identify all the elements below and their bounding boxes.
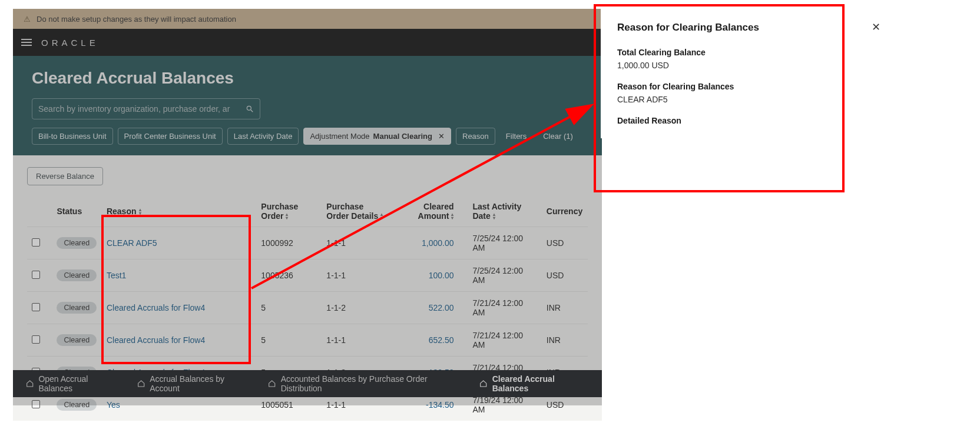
panel-detail-label: Detailed Reason <box>617 116 879 125</box>
cell-currency: USD <box>542 227 588 259</box>
chip-adj-value: Manual Clearing <box>373 132 432 141</box>
footer-by-distribution[interactable]: Accounted Balances by Purchase Order Dis… <box>268 374 463 393</box>
home-icon <box>137 380 145 388</box>
page-title: Cleared Accrual Balances <box>32 69 583 88</box>
page-hero: Cleared Accrual Balances Bill-to Busines… <box>13 56 602 155</box>
cell-po: 5 <box>256 324 322 357</box>
search-input[interactable] <box>38 104 240 114</box>
cleared-amount-link[interactable]: 100.00 <box>429 271 454 280</box>
status-badge: Cleared <box>57 399 97 411</box>
warning-icon: ⚠ <box>24 15 31 24</box>
table-row: ClearedTest110052361-1-1100.007/25/24 12… <box>27 259 588 292</box>
sort-icon[interactable]: ▴▾ <box>451 213 453 220</box>
panel-reason-value: CLEAR ADF5 <box>617 95 879 104</box>
row-checkbox[interactable] <box>32 271 40 279</box>
col-reason[interactable]: Reason▴▾ <box>102 196 256 227</box>
reason-link[interactable]: Cleared Accruals for Flow4 <box>107 303 205 312</box>
reason-link[interactable]: Test1 <box>107 271 126 280</box>
brand-logo: ORACLE <box>41 38 99 48</box>
col-po[interactable]: Purchase Order▴▾ <box>256 196 322 227</box>
status-badge: Cleared <box>57 334 97 346</box>
cell-po-details: 1-1-1 <box>322 259 399 292</box>
cell-po: 5 <box>256 292 322 324</box>
cleared-amount-link[interactable]: 652.50 <box>429 335 454 345</box>
brand-bar: ORACLE <box>13 29 602 56</box>
row-checkbox[interactable] <box>32 238 40 247</box>
panel-total-value: 1,000.00 USD <box>617 61 879 70</box>
cell-po-details: 1-1-1 <box>322 324 399 357</box>
table-row: ClearedCLEAR ADF510009921-1-11,000.007/2… <box>27 227 588 259</box>
panel-title: Reason for Clearing Balances <box>617 22 879 34</box>
footer-nav: Open Accrual Balances Accrual Balances b… <box>13 370 602 397</box>
reason-link[interactable]: CLEAR ADF5 <box>107 238 157 248</box>
status-badge: Cleared <box>57 237 97 249</box>
filters-link[interactable]: Filters <box>500 128 532 144</box>
footer-cleared-balances[interactable]: Cleared Accrual Balances <box>479 374 589 393</box>
home-icon <box>26 380 34 388</box>
cell-po-details: 1-1-2 <box>322 292 399 324</box>
footer-open-balances[interactable]: Open Accrual Balances <box>26 374 121 393</box>
cell-currency: INR <box>542 324 588 357</box>
chip-profit-center[interactable]: Profit Center Business Unit <box>118 128 223 145</box>
home-icon <box>479 380 487 388</box>
row-checkbox[interactable] <box>32 335 40 344</box>
col-cleared-amount[interactable]: Cleared Amount▴▾ <box>399 196 459 227</box>
home-icon <box>268 380 276 388</box>
cell-po: 1005236 <box>256 259 322 292</box>
cell-po-details: 1-1-1 <box>322 227 399 259</box>
chip-adjustment-mode[interactable]: Adjustment Mode Manual Clearing ✕ <box>303 128 451 145</box>
sort-icon[interactable]: ▴▾ <box>493 213 495 220</box>
chip-reason[interactable]: Reason <box>456 128 495 145</box>
cleared-amount-link[interactable]: 1,000.00 <box>422 238 454 248</box>
svg-line-1 <box>251 110 253 112</box>
clear-filters-link[interactable]: Clear (1) <box>537 128 579 144</box>
search-box[interactable] <box>32 98 260 119</box>
row-checkbox[interactable] <box>32 400 40 408</box>
table-row: ClearedCleared Accruals for Flow451-1-16… <box>27 324 588 357</box>
table-row: ClearedCleared Accruals for Flow451-1-25… <box>27 292 588 324</box>
cell-po: 1000992 <box>256 227 322 259</box>
chip-adj-label: Adjustment Mode <box>310 132 369 141</box>
search-icon[interactable] <box>246 105 254 113</box>
main-app-area: ⚠ Do not make setup changes as they will… <box>13 9 602 405</box>
cell-currency: USD <box>542 259 588 292</box>
reason-link[interactable]: Cleared Accruals for Flow4 <box>107 335 205 345</box>
warning-banner: ⚠ Do not make setup changes as they will… <box>13 9 602 29</box>
reason-side-panel: Reason for Clearing Balances Total Clear… <box>601 9 895 138</box>
status-badge: Cleared <box>57 302 97 314</box>
panel-total-label: Total Clearing Balance <box>617 48 879 57</box>
panel-close-icon[interactable]: ✕ <box>872 21 880 34</box>
panel-reason-label: Reason for Clearing Balances <box>617 82 879 91</box>
warning-text: Do not make setup changes as they will i… <box>37 15 236 24</box>
chip-last-activity[interactable]: Last Activity Date <box>227 128 299 145</box>
col-po-details[interactable]: Purchase Order Details▴▾ <box>322 196 399 227</box>
chip-bill-to[interactable]: Bill-to Business Unit <box>32 128 113 145</box>
col-currency[interactable]: Currency <box>542 196 588 227</box>
cleared-amount-link[interactable]: 522.00 <box>429 303 454 312</box>
chip-remove-icon[interactable]: ✕ <box>438 132 445 141</box>
cell-date: 7/21/24 12:00 AM <box>458 324 541 357</box>
hamburger-menu-icon[interactable] <box>21 39 32 46</box>
row-checkbox[interactable] <box>32 303 40 311</box>
cell-date: 7/21/24 12:00 AM <box>458 292 541 324</box>
status-badge: Cleared <box>57 269 97 281</box>
sort-icon[interactable]: ▴▾ <box>286 213 288 220</box>
sort-icon[interactable]: ▴▾ <box>139 208 141 215</box>
footer-by-account[interactable]: Accrual Balances by Account <box>137 374 251 393</box>
cell-date: 7/25/24 12:00 AM <box>458 227 541 259</box>
cell-date: 7/25/24 12:00 AM <box>458 259 541 292</box>
filter-chip-row: Bill-to Business Unit Profit Center Busi… <box>32 128 583 145</box>
svg-point-0 <box>247 106 251 110</box>
cleared-amount-link[interactable]: -134.50 <box>426 400 453 410</box>
cell-currency: INR <box>542 292 588 324</box>
reason-link[interactable]: Yes <box>107 400 120 410</box>
col-last-activity[interactable]: Last Activity Date▴▾ <box>458 196 541 227</box>
sort-icon[interactable]: ▴▾ <box>380 213 383 220</box>
reverse-balance-button[interactable]: Reverse Balance <box>27 167 103 185</box>
col-status[interactable]: Status <box>52 196 102 227</box>
